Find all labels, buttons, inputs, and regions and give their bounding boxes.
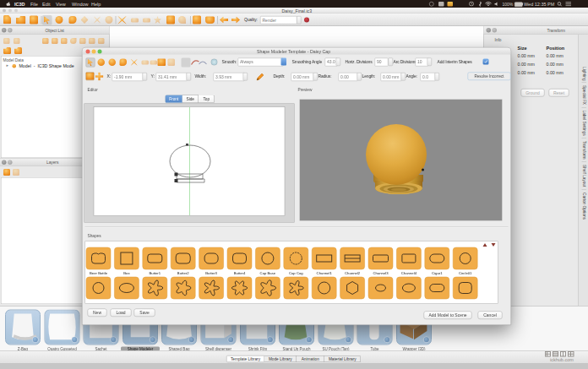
- svg-text:Beer Bottle: Beer Bottle: [90, 271, 108, 275]
- svg-text:Butter1: Butter1: [149, 271, 161, 275]
- svg-text:Channel4: Channel4: [401, 271, 417, 275]
- svg-text:Butter2: Butter2: [177, 271, 189, 275]
- svg-text:Butter4: Butter4: [234, 271, 246, 275]
- svg-text:Channel2: Channel2: [345, 271, 361, 275]
- svg-text:ickhub.com: ickhub.com: [550, 357, 574, 362]
- svg-text:Box: Box: [123, 271, 130, 275]
- svg-text:Circle01: Circle01: [459, 271, 472, 275]
- svg-text:Cap Base: Cap Base: [260, 271, 276, 275]
- svg-text:Cigar1: Cigar1: [432, 271, 443, 275]
- svg-text:Cap Cog: Cap Cog: [289, 271, 303, 275]
- svg-text:Butter3: Butter3: [205, 271, 217, 275]
- svg-text:Channel3: Channel3: [373, 271, 389, 275]
- svg-text:Channel1: Channel1: [317, 271, 333, 275]
